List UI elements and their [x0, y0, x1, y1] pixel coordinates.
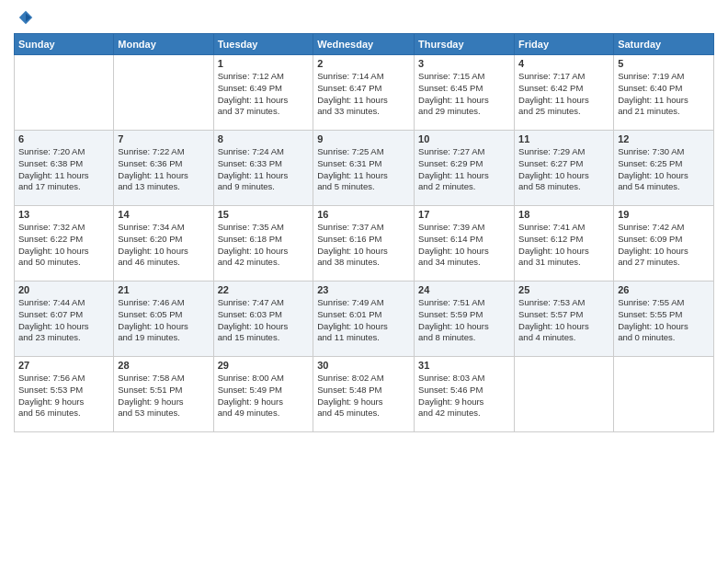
day-info: Sunrise: 7:44 AM Sunset: 6:07 PM Dayligh… [18, 297, 109, 344]
day-number: 18 [518, 209, 609, 220]
calendar-cell: 13Sunrise: 7:32 AM Sunset: 6:22 PM Dayli… [15, 206, 114, 282]
calendar-cell: 6Sunrise: 7:20 AM Sunset: 6:38 PM Daylig… [15, 131, 114, 206]
weekday-header-wednesday: Wednesday [313, 34, 415, 55]
calendar-cell: 25Sunrise: 7:53 AM Sunset: 5:57 PM Dayli… [515, 282, 614, 357]
day-number: 24 [418, 284, 510, 295]
day-info: Sunrise: 8:03 AM Sunset: 5:46 PM Dayligh… [418, 373, 510, 419]
calendar-cell: 16Sunrise: 7:37 AM Sunset: 6:16 PM Dayli… [313, 206, 415, 282]
calendar-cell: 10Sunrise: 7:27 AM Sunset: 6:29 PM Dayli… [415, 131, 515, 206]
day-number: 11 [518, 133, 609, 144]
calendar-cell: 8Sunrise: 7:24 AM Sunset: 6:33 PM Daylig… [213, 131, 313, 206]
day-number: 23 [317, 284, 410, 295]
calendar-header-row: SundayMondayTuesdayWednesdayThursdayFrid… [15, 34, 714, 55]
day-info: Sunrise: 7:51 AM Sunset: 5:59 PM Dayligh… [418, 297, 510, 344]
calendar-cell [515, 357, 614, 432]
day-number: 5 [618, 58, 710, 69]
day-info: Sunrise: 7:42 AM Sunset: 6:09 PM Dayligh… [618, 222, 710, 269]
header [14, 9, 714, 26]
day-number: 16 [317, 209, 410, 220]
day-info: Sunrise: 7:17 AM Sunset: 6:42 PM Dayligh… [518, 71, 609, 118]
calendar-cell: 29Sunrise: 8:00 AM Sunset: 5:49 PM Dayli… [213, 357, 313, 432]
calendar-cell: 18Sunrise: 7:41 AM Sunset: 6:12 PM Dayli… [515, 206, 614, 282]
day-info: Sunrise: 7:35 AM Sunset: 6:18 PM Dayligh… [218, 222, 310, 269]
day-info: Sunrise: 7:56 AM Sunset: 5:53 PM Dayligh… [18, 373, 109, 419]
day-number: 3 [418, 58, 510, 69]
day-number: 14 [118, 209, 209, 220]
day-info: Sunrise: 7:47 AM Sunset: 6:03 PM Dayligh… [218, 297, 310, 344]
calendar-table: SundayMondayTuesdayWednesdayThursdayFrid… [14, 33, 714, 432]
calendar-cell: 9Sunrise: 7:25 AM Sunset: 6:31 PM Daylig… [313, 131, 415, 206]
calendar-cell: 2Sunrise: 7:14 AM Sunset: 6:47 PM Daylig… [313, 55, 415, 131]
weekday-header-tuesday: Tuesday [213, 34, 313, 55]
day-info: Sunrise: 7:15 AM Sunset: 6:45 PM Dayligh… [418, 71, 510, 118]
calendar-cell: 17Sunrise: 7:39 AM Sunset: 6:14 PM Dayli… [415, 206, 515, 282]
day-info: Sunrise: 7:41 AM Sunset: 6:12 PM Dayligh… [518, 222, 609, 269]
calendar-cell [15, 55, 114, 131]
day-info: Sunrise: 7:39 AM Sunset: 6:14 PM Dayligh… [418, 222, 510, 269]
weekday-header-thursday: Thursday [415, 34, 515, 55]
calendar-cell: 12Sunrise: 7:30 AM Sunset: 6:25 PM Dayli… [614, 131, 714, 206]
day-number: 2 [317, 58, 410, 69]
day-info: Sunrise: 7:22 AM Sunset: 6:36 PM Dayligh… [118, 146, 209, 193]
weekday-header-sunday: Sunday [15, 34, 114, 55]
day-number: 6 [18, 133, 109, 144]
day-number: 25 [518, 284, 609, 295]
day-number: 22 [218, 284, 310, 295]
day-info: Sunrise: 7:58 AM Sunset: 5:51 PM Dayligh… [118, 373, 209, 419]
calendar-cell: 28Sunrise: 7:58 AM Sunset: 5:51 PM Dayli… [114, 357, 213, 432]
day-number: 26 [618, 284, 710, 295]
day-info: Sunrise: 7:27 AM Sunset: 6:29 PM Dayligh… [418, 146, 510, 193]
day-number: 15 [218, 209, 310, 220]
calendar-cell: 24Sunrise: 7:51 AM Sunset: 5:59 PM Dayli… [415, 282, 515, 357]
day-number: 7 [118, 133, 209, 144]
day-info: Sunrise: 7:34 AM Sunset: 6:20 PM Dayligh… [118, 222, 209, 269]
calendar-cell: 1Sunrise: 7:12 AM Sunset: 6:49 PM Daylig… [213, 55, 313, 131]
calendar-cell: 11Sunrise: 7:29 AM Sunset: 6:27 PM Dayli… [515, 131, 614, 206]
logo-icon [17, 9, 34, 26]
weekday-header-friday: Friday [515, 34, 614, 55]
calendar-cell: 21Sunrise: 7:46 AM Sunset: 6:05 PM Dayli… [114, 282, 213, 357]
day-info: Sunrise: 7:46 AM Sunset: 6:05 PM Dayligh… [118, 297, 209, 344]
day-number: 13 [18, 209, 109, 220]
day-info: Sunrise: 7:29 AM Sunset: 6:27 PM Dayligh… [518, 146, 609, 193]
day-info: Sunrise: 7:49 AM Sunset: 6:01 PM Dayligh… [317, 297, 410, 344]
day-info: Sunrise: 7:19 AM Sunset: 6:40 PM Dayligh… [618, 71, 710, 118]
calendar-cell: 20Sunrise: 7:44 AM Sunset: 6:07 PM Dayli… [15, 282, 114, 357]
day-info: Sunrise: 8:00 AM Sunset: 5:49 PM Dayligh… [218, 373, 310, 419]
day-number: 27 [18, 360, 109, 371]
page: SundayMondayTuesdayWednesdayThursdayFrid… [0, 0, 728, 563]
day-info: Sunrise: 7:32 AM Sunset: 6:22 PM Dayligh… [18, 222, 109, 269]
day-info: Sunrise: 7:53 AM Sunset: 5:57 PM Dayligh… [518, 297, 609, 344]
calendar-week-row: 13Sunrise: 7:32 AM Sunset: 6:22 PM Dayli… [15, 206, 714, 282]
logo [14, 9, 34, 26]
calendar-cell: 30Sunrise: 8:02 AM Sunset: 5:48 PM Dayli… [313, 357, 415, 432]
day-info: Sunrise: 8:02 AM Sunset: 5:48 PM Dayligh… [317, 373, 410, 419]
day-info: Sunrise: 7:30 AM Sunset: 6:25 PM Dayligh… [618, 146, 710, 193]
day-number: 31 [418, 360, 510, 371]
day-number: 4 [518, 58, 609, 69]
calendar-cell: 19Sunrise: 7:42 AM Sunset: 6:09 PM Dayli… [614, 206, 714, 282]
day-number: 8 [218, 133, 310, 144]
calendar-cell [614, 357, 714, 432]
day-number: 17 [418, 209, 510, 220]
day-info: Sunrise: 7:55 AM Sunset: 5:55 PM Dayligh… [618, 297, 710, 344]
calendar-cell: 7Sunrise: 7:22 AM Sunset: 6:36 PM Daylig… [114, 131, 213, 206]
calendar-cell: 14Sunrise: 7:34 AM Sunset: 6:20 PM Dayli… [114, 206, 213, 282]
calendar-week-row: 20Sunrise: 7:44 AM Sunset: 6:07 PM Dayli… [15, 282, 714, 357]
calendar-cell: 4Sunrise: 7:17 AM Sunset: 6:42 PM Daylig… [515, 55, 614, 131]
day-number: 29 [218, 360, 310, 371]
calendar-week-row: 27Sunrise: 7:56 AM Sunset: 5:53 PM Dayli… [15, 357, 714, 432]
calendar-cell [114, 55, 213, 131]
day-info: Sunrise: 7:37 AM Sunset: 6:16 PM Dayligh… [317, 222, 410, 269]
day-number: 9 [317, 133, 410, 144]
day-number: 1 [218, 58, 310, 69]
weekday-header-monday: Monday [114, 34, 213, 55]
day-number: 30 [317, 360, 410, 371]
calendar-cell: 15Sunrise: 7:35 AM Sunset: 6:18 PM Dayli… [213, 206, 313, 282]
calendar-week-row: 6Sunrise: 7:20 AM Sunset: 6:38 PM Daylig… [15, 131, 714, 206]
day-number: 10 [418, 133, 510, 144]
day-info: Sunrise: 7:24 AM Sunset: 6:33 PM Dayligh… [218, 146, 310, 193]
calendar-cell: 31Sunrise: 8:03 AM Sunset: 5:46 PM Dayli… [415, 357, 515, 432]
calendar-cell: 5Sunrise: 7:19 AM Sunset: 6:40 PM Daylig… [614, 55, 714, 131]
day-info: Sunrise: 7:25 AM Sunset: 6:31 PM Dayligh… [317, 146, 410, 193]
